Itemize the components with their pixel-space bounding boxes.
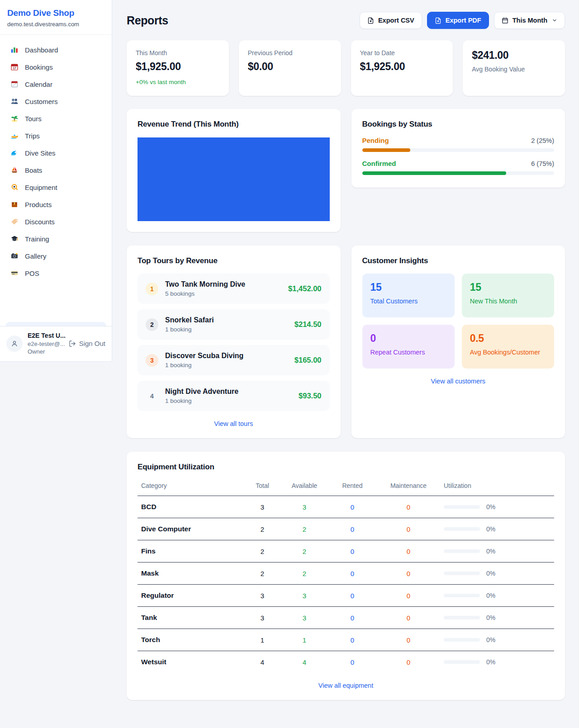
sidebar-item-pos[interactable]: POS	[5, 265, 106, 282]
sailboat-icon	[10, 166, 19, 174]
view-all-tours-link[interactable]: View all tours	[138, 420, 330, 427]
status-value: 2 (25%)	[531, 137, 554, 144]
file-download-icon	[435, 17, 441, 24]
category-cell: Tank	[138, 607, 244, 629]
bookings-by-status-card: Bookings by Status Pending 2 (25%) C	[351, 109, 565, 188]
view-all-customers-link[interactable]: View all customers	[362, 378, 555, 385]
insight-tile-total-customers: 15 Total Customers	[362, 274, 455, 317]
column-header-maintenance: Maintenance	[377, 477, 440, 496]
bookings-by-status-title: Bookings by Status	[362, 120, 555, 129]
total-cell: 2	[244, 563, 281, 585]
sidebar-item-calendar[interactable]: Calendar	[5, 76, 106, 93]
stat-label: This Month	[136, 49, 220, 57]
sidebar-item-label: Products	[25, 201, 52, 208]
category-cell: Dive Computer	[138, 518, 244, 540]
equipment-table: Category Total Available Rented Maintena…	[138, 477, 554, 673]
log-out-icon	[69, 340, 76, 347]
sidebar-item-trips[interactable]: Trips	[5, 127, 106, 144]
utilization-cell: 0%	[440, 629, 554, 651]
total-cell: 3	[244, 585, 281, 607]
insight-tile-avg-bookings: 0.5 Avg Bookings/Customer	[462, 325, 554, 369]
status-row-confirmed: Confirmed 6 (75%)	[362, 160, 555, 175]
stat-card-year-to-date: Year to Date $1,925.00	[351, 40, 453, 96]
sign-out-button[interactable]: Sign Out	[69, 340, 105, 347]
sidebar-user-footer: E2E Test U... e2e-tester@... Owner Sign …	[0, 326, 112, 361]
utilization-bar	[444, 527, 480, 531]
sidebar-item-customers[interactable]: Customers	[5, 93, 106, 110]
maintenance-cell: 0	[377, 518, 440, 540]
stat-label: Avg Booking Value	[472, 66, 556, 73]
people-icon	[10, 97, 19, 105]
status-progress-fill	[362, 148, 410, 152]
tour-row: 1 Two Tank Morning Dive 5 bookings $1,45…	[138, 274, 330, 304]
stat-label: Year to Date	[360, 49, 444, 57]
sidebar-item-discounts[interactable]: Discounts	[5, 213, 106, 230]
status-row-pending: Pending 2 (25%)	[362, 137, 555, 152]
status-progress-track	[362, 148, 555, 152]
period-dropdown[interactable]: This Month	[494, 12, 565, 29]
maintenance-cell: 0	[377, 496, 440, 518]
column-header-available: Available	[281, 477, 328, 496]
status-label: Pending	[362, 137, 389, 144]
utilization-percent: 0%	[486, 503, 495, 511]
sidebar-item-boats[interactable]: Boats	[5, 161, 106, 179]
column-header-total: Total	[244, 477, 281, 496]
rented-cell: 0	[328, 607, 377, 629]
export-csv-button[interactable]: Export CSV	[360, 12, 422, 29]
utilization-bar	[444, 549, 480, 553]
stat-value: $1,925.00	[360, 61, 444, 73]
export-pdf-button[interactable]: Export PDF	[427, 12, 489, 29]
insight-tile-repeat-customers: 0 Repeat Customers	[362, 325, 455, 369]
tag-icon	[10, 217, 19, 226]
utilization-cell: 0%	[440, 585, 554, 607]
rented-cell: 0	[328, 518, 377, 540]
active-nav-item-peek[interactable]	[5, 322, 106, 326]
status-list: Pending 2 (25%) Confirmed 6 (75%)	[362, 137, 555, 175]
status-progress-track	[362, 171, 555, 175]
sidebar-item-dive-sites[interactable]: Dive Sites	[5, 144, 106, 161]
maintenance-cell: 0	[377, 629, 440, 651]
rented-cell: 0	[328, 629, 377, 651]
sidebar-item-label: Gallery	[25, 252, 47, 260]
wave-icon	[10, 149, 19, 157]
tour-bookings: 5 bookings	[165, 290, 281, 297]
rented-cell: 0	[328, 563, 377, 585]
utilization-percent: 0%	[486, 614, 495, 621]
sidebar-item-tours[interactable]: Tours	[5, 110, 106, 127]
insight-grid: 15 Total Customers 15 New This Month 0 R…	[362, 274, 555, 369]
available-cell: 2	[281, 540, 328, 563]
view-all-equipment-link[interactable]: View all equipment	[138, 682, 554, 689]
header-actions: Export CSV Export PDF This Month	[360, 12, 565, 29]
utilization-cell: 0%	[440, 496, 554, 518]
sidebar-item-equipment[interactable]: Equipment	[5, 179, 106, 196]
status-progress-fill	[362, 171, 506, 175]
sidebar-item-gallery[interactable]: Gallery	[5, 247, 106, 265]
sidebar-item-products[interactable]: Products	[5, 196, 106, 213]
category-cell: Regulator	[138, 585, 244, 607]
maintenance-cell: 0	[377, 563, 440, 585]
chevron-down-icon	[552, 18, 557, 23]
category-cell: Torch	[138, 629, 244, 651]
tour-bookings: 1 booking	[165, 326, 288, 333]
total-cell: 2	[244, 540, 281, 563]
insights-row: Top Tours by Revenue 1 Two Tank Morning …	[127, 246, 565, 438]
sidebar-item-bookings[interactable]: 17 Bookings	[5, 58, 106, 76]
island-icon	[10, 114, 19, 123]
insight-value: 0.5	[470, 332, 546, 345]
tour-amount: $165.00	[294, 356, 322, 364]
utilization-cell: 0%	[440, 563, 554, 585]
utilization-cell: 0%	[440, 607, 554, 629]
camera-icon	[10, 252, 19, 260]
sign-out-label: Sign Out	[79, 340, 105, 347]
total-cell: 1	[244, 629, 281, 651]
status-value: 6 (75%)	[531, 160, 554, 167]
table-row: Regulator 3 3 0 0 0%	[138, 585, 554, 607]
sidebar-item-training[interactable]: Training	[5, 230, 106, 247]
sidebar-item-dashboard[interactable]: Dashboard	[5, 41, 106, 58]
available-cell: 2	[281, 518, 328, 540]
rented-cell: 0	[328, 651, 377, 673]
sidebar-item-label: Training	[25, 235, 49, 243]
customer-insights-title: Customer Insights	[362, 256, 555, 265]
tour-name: Night Dive Adventure	[165, 388, 292, 396]
table-row: Wetsuit 4 4 0 0 0%	[138, 651, 554, 673]
